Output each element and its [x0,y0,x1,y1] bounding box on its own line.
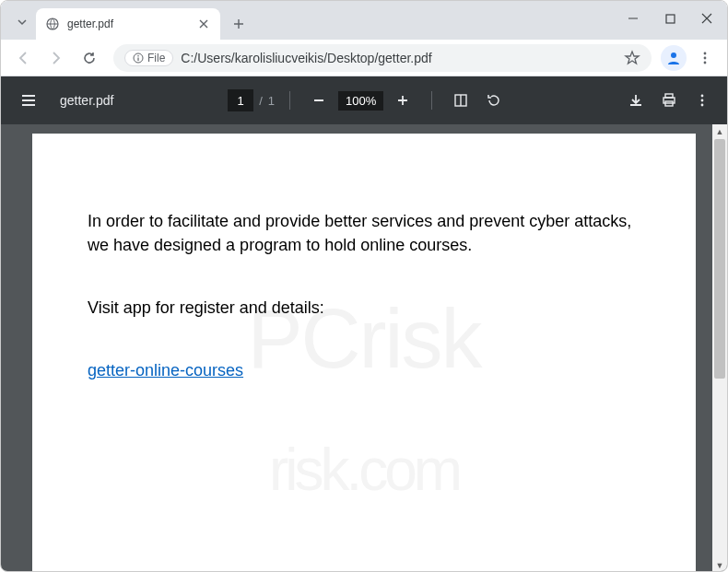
new-tab-button[interactable] [226,11,252,37]
divider [289,91,290,110]
scroll-track[interactable] [712,139,727,558]
reload-button[interactable] [75,43,104,73]
info-icon [133,53,144,64]
pdf-toolbar-center: / 1 100% [121,87,615,114]
svg-point-13 [701,99,704,102]
pdf-paragraph-2: Visit app for register and details: [88,296,640,320]
tab-close-icon[interactable] [196,17,211,31]
pdf-link[interactable]: getter-online-courses [88,361,243,379]
browser-toolbar: File C:/Users/karolisliucveikis/Desktop/… [1,40,727,76]
browser-tab-active[interactable]: getter.pdf [36,8,220,40]
bookmark-star-icon[interactable] [624,50,640,66]
svg-point-14 [701,104,704,107]
svg-point-4 [671,53,676,58]
pdf-total-pages: 1 [268,94,275,108]
scroll-down-icon[interactable]: ▼ [712,558,727,572]
tab-search-dropdown[interactable] [8,8,36,36]
file-chip-label: File [147,52,165,64]
browser-titlebar: getter.pdf [1,1,727,40]
divider [431,91,432,110]
pdf-filename: getter.pdf [60,93,113,108]
pdf-page-separator: / [259,94,263,108]
download-button[interactable] [622,87,650,114]
forward-button[interactable] [41,43,71,73]
svg-point-5 [704,52,707,54]
rotate-button[interactable] [480,87,508,114]
window-controls [616,5,723,32]
zoom-in-button[interactable] [389,87,417,114]
back-button[interactable] [8,43,38,73]
svg-point-7 [704,61,707,64]
pdf-page-input[interactable] [228,89,253,111]
minimize-button[interactable] [616,5,650,32]
pdf-toolbar-right [622,87,716,114]
pdf-toolbar: getter.pdf / 1 100% [1,76,727,124]
svg-point-12 [701,95,704,98]
address-bar[interactable]: File C:/Users/karolisliucveikis/Desktop/… [113,44,652,72]
globe-icon [45,17,60,31]
pdf-more-button[interactable] [688,87,716,114]
vertical-scrollbar[interactable]: ▲ ▼ [712,124,727,572]
url-text: C:/Users/karolisliucveikis/Desktop/gette… [181,51,616,65]
svg-rect-1 [666,15,675,23]
scroll-up-icon[interactable]: ▲ [712,124,727,139]
close-button[interactable] [690,5,723,32]
pdf-viewport[interactable]: PCrisk risk.com In order to facilitate a… [1,124,727,572]
pdf-page: PCrisk risk.com In order to facilitate a… [32,134,696,572]
file-chip: File [124,50,173,66]
maximize-button[interactable] [653,5,687,32]
print-button[interactable] [655,87,683,114]
zoom-out-button[interactable] [305,87,333,114]
browser-menu-button[interactable] [690,43,720,73]
pdf-menu-icon[interactable] [12,84,45,117]
svg-point-3 [137,55,139,57]
svg-point-6 [704,56,707,59]
watermark-sub: risk.com [269,427,459,513]
fit-page-button[interactable] [447,87,475,114]
tab-title: getter.pdf [67,18,189,30]
scroll-thumb[interactable] [714,139,725,379]
zoom-level[interactable]: 100% [338,91,383,111]
profile-avatar[interactable] [661,45,687,71]
pdf-paragraph-1: In order to facilitate and provide bette… [88,209,640,257]
